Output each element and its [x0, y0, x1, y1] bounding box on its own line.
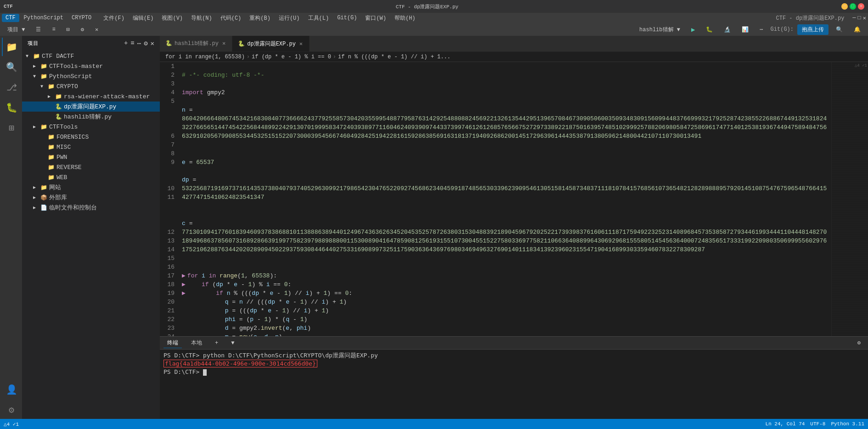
toolbar-more-icon[interactable]: ⋯ [756, 25, 767, 34]
title-text: CTF - dp泄露问题EXP.py [776, 14, 845, 22]
status-encoding: UTF-8 [810, 421, 825, 427]
search-activity-icon[interactable]: 🔍 [2, 58, 20, 76]
account-icon[interactable]: 👤 [2, 380, 20, 399]
sidebar-settings-icon[interactable]: ⚙ [144, 40, 147, 47]
search-button[interactable]: 🔍 [832, 25, 846, 34]
extensions-activity-icon[interactable]: ⊞ [2, 119, 20, 137]
tree-item-crypto[interactable]: ▼ 📁 CRYPTO [22, 81, 160, 91]
tab-bar: 🐍 hashlib猜解.py ✕ 🐍 dp泄露问题EXP.py ✕ [160, 36, 868, 52]
tree-item-temp[interactable]: ▶ 📄 临时文件和控制台 [22, 203, 160, 213]
menu-bar: CTF PythonScript CRYPTO 文件(F) 编辑(E) 视图(V… [0, 13, 868, 23]
toolbar-profile-icon[interactable]: 📊 [738, 25, 752, 34]
sidebar-close-icon[interactable]: ✕ [151, 40, 154, 47]
tree-item-forensics[interactable]: 📁 FORENSICS [22, 132, 160, 142]
tab-dp-close[interactable]: ✕ [299, 40, 304, 48]
toolbar-layout-icon[interactable]: ⊟ [63, 25, 73, 34]
menu-item-file[interactable]: 文件(F) [100, 13, 128, 23]
tree-item-dp-exp[interactable]: 🐍 dp泄露问题EXP.py [22, 102, 160, 112]
tree-item-pwn[interactable]: 📁 PWN [22, 152, 160, 162]
sidebar-dots-icon[interactable]: ⋯ [137, 40, 141, 47]
menu-item-ctf[interactable]: CTF [2, 14, 19, 22]
breadcrumb-for: for i in range(1, 65538) [165, 54, 245, 60]
toolbar-menu-icon[interactable]: ☰ [32, 25, 45, 34]
settings-activity-icon[interactable]: ⚙ [2, 401, 20, 419]
menu-item-view[interactable]: 视图(V) [158, 13, 186, 23]
terminal-tab-dropdown[interactable]: ▼ [227, 339, 238, 347]
git-activity-icon[interactable]: ⎇ [2, 78, 20, 96]
tab-dp-exp[interactable]: 🐍 dp泄露问题EXP.py ✕ [232, 36, 310, 51]
editor-area: 🐍 hashlib猜解.py ✕ 🐍 dp泄露问题EXP.py ✕ for i … [160, 36, 868, 419]
menu-item-refactor[interactable]: 重构(B) [246, 13, 274, 23]
git-label: Git(G): [771, 26, 794, 33]
menu-item-help[interactable]: 帮助(H) [391, 13, 419, 23]
menu-item-window[interactable]: 窗口(W) [361, 13, 390, 23]
notify-button[interactable]: 🔔 [850, 25, 864, 34]
sidebar-title: 项目 [28, 40, 39, 47]
win-ctrl-close[interactable]: ✕ [863, 15, 866, 22]
project-selector[interactable]: 项目 ▼ [4, 25, 28, 34]
sidebar-add-icon[interactable]: + [124, 40, 128, 47]
status-position: Ln 24, Col 74 [766, 421, 805, 427]
hashlib-selector[interactable]: hashlib猜解 ▼ [636, 25, 684, 34]
tree-item-ctftools-master[interactable]: ▶ 📁 CTFTools-master [22, 61, 160, 71]
close-button[interactable]: ✕ [858, 3, 864, 10]
terminal-cmd: python D:\CTF\PythonScript\CRYPTO\dp泄露问题… [203, 352, 378, 359]
status-errors: △4 ✓1 [4, 421, 19, 427]
code-lines[interactable]: # -*- coding: utf-8 -*- import gmpy2 n =… [178, 62, 831, 336]
tree-item-reverse[interactable]: 📁 REVERSE [22, 162, 160, 172]
minimize-button[interactable]: ─ [841, 3, 848, 10]
terminal-tab-add[interactable]: + [211, 339, 222, 347]
debug-activity-icon[interactable]: 🐛 [2, 98, 20, 117]
maximize-button[interactable]: □ [850, 3, 856, 10]
breadcrumb-if1: if (dp * e - 1) % i == 0 [252, 54, 331, 60]
status-python: Python 3.11 [831, 421, 864, 427]
menu-item-code[interactable]: 代码(C) [217, 13, 245, 23]
tree-item-web[interactable]: 📁 WEB [22, 172, 160, 182]
upload-button[interactable]: 抱燕上传 [797, 24, 829, 35]
toolbar-align-icon[interactable]: ≡ [48, 25, 59, 34]
code-editor[interactable]: 1 2 3 4 5 6 7 8 9 10 11 12 13 14 [160, 62, 868, 336]
toolbar-coverage-icon[interactable]: 🔬 [720, 25, 734, 34]
line-numbers: 1 2 3 4 5 6 7 8 9 10 11 12 13 14 [160, 62, 178, 336]
run-button[interactable]: ▶ [688, 25, 699, 34]
menu-item-git[interactable]: Git(G) [333, 14, 361, 22]
sidebar-sort-icon[interactable]: ≡ [130, 40, 134, 47]
terminal-cursor [203, 369, 207, 376]
tab-hashlib-label: hashlib猜解.py [175, 40, 219, 47]
tab-dp-icon: 🐍 [238, 40, 244, 47]
tree-item-pythonscript[interactable]: ▼ 📁 PythonScript [22, 71, 160, 81]
flag-output: flag{4a1db444-0b02-496e-900e-3014cd566d0… [163, 360, 317, 367]
tree-item-rsa-wiener[interactable]: ▶ 📁 rsa-wiener-attack-master [22, 91, 160, 102]
tree-item-ctf-dactf[interactable]: ▼ 📁 CTF DACTF [22, 51, 160, 61]
tree-item-misc[interactable]: 📁 MISC [22, 142, 160, 152]
toolbar-close-icon[interactable]: ✕ [91, 25, 102, 34]
status-bar: △4 ✓1 Ln 24, Col 74 UTF-8 Python 3.11 [0, 419, 868, 429]
terminal-command-line: PS D:\CTF> python D:\CTF\PythonScript\CR… [163, 351, 864, 360]
menu-item-edit[interactable]: 编辑(E) [129, 13, 158, 23]
file-tree: ▼ 📁 CTF DACTF ▶ 📁 CTFTools-master ▼ 📁 Py… [22, 51, 160, 419]
win-ctrl-min[interactable]: ─ [852, 15, 856, 22]
tab-hashlib-close[interactable]: ✕ [221, 39, 226, 48]
menu-item-pythonscript[interactable]: PythonScript [20, 14, 67, 22]
tree-item-website[interactable]: ▶ 📁 网站 [22, 182, 160, 192]
tab-hashlib[interactable]: 🐍 hashlib猜解.py ✕ [160, 36, 232, 51]
menu-item-crypto[interactable]: CRYPTO [68, 14, 95, 22]
tree-item-external-libs[interactable]: ▶ 📦 外部库 [22, 192, 160, 203]
tree-item-ctftools[interactable]: ▶ 📁 CTFTools [22, 122, 160, 132]
menu-item-nav[interactable]: 导航(N) [187, 13, 216, 23]
menu-item-run[interactable]: 运行(U) [275, 13, 304, 23]
main-layout: 📁 🔍 ⎇ 🐛 ⊞ 👤 ⚙ 项目 + ≡ ⋯ ⚙ ✕ ▼ 📁 CTF [0, 36, 868, 419]
win-ctrl-max[interactable]: □ [858, 15, 861, 22]
explorer-icon[interactable]: 📁 [2, 38, 20, 56]
terminal-tab-bar: 终端 本地 + ▼ ⚙ [160, 337, 868, 350]
terminal-settings-icon[interactable]: ⚙ [854, 339, 864, 347]
terminal-tab-terminal[interactable]: 终端 [163, 338, 182, 348]
toolbar-bug-icon[interactable]: 🐛 [702, 25, 716, 34]
toolbar-settings-icon[interactable]: ⚙ [77, 25, 88, 34]
terminal-tab-local[interactable]: 本地 [187, 338, 206, 348]
tab-hashlib-icon: 🐍 [165, 40, 172, 47]
breadcrumb-if2: if n % (((dp * e - 1) // i) + 1... [338, 54, 451, 60]
sidebar: 项目 + ≡ ⋯ ⚙ ✕ ▼ 📁 CTF DACTF ▶ 📁 CT [22, 36, 160, 419]
menu-item-tools[interactable]: 工具(L) [304, 13, 333, 23]
tree-item-hashlib[interactable]: 🐍 hashlib猜解.py [22, 112, 160, 122]
